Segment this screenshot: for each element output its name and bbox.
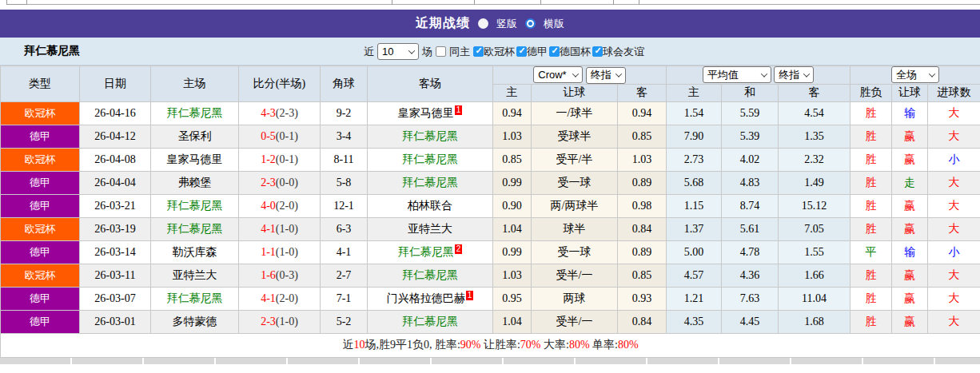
result-outcome: 胜 <box>851 148 892 171</box>
odds-home: 1.03 <box>493 264 532 287</box>
section-title: 近期战绩 <box>416 15 470 32</box>
away-team[interactable]: 门兴格拉德巴赫 <box>387 292 465 304</box>
radio-horizontal-layout[interactable] <box>525 18 536 29</box>
away-team-cell: 皇家马德里1 <box>368 101 493 125</box>
league-checkbox-label[interactable]: 德甲 <box>527 46 548 58</box>
away-team-cell: 门兴格拉德巴赫1 <box>368 287 493 310</box>
away-team[interactable]: 拜仁慕尼黑 <box>402 315 458 327</box>
home-team[interactable]: 勒沃库森 <box>173 246 217 258</box>
home-team[interactable]: 拜仁慕尼黑 <box>167 292 223 304</box>
odds-home: 0.90 <box>493 194 532 217</box>
radio-vertical-layout[interactable] <box>478 18 488 29</box>
league-checkbox-3[interactable] <box>592 46 603 57</box>
odds-handicap: 受一球 <box>532 171 618 194</box>
home-team[interactable]: 皇家马德里 <box>167 153 223 165</box>
league-badge: 欧冠杯 <box>1 148 80 171</box>
home-team[interactable]: 拜仁慕尼黑 <box>167 223 223 235</box>
result-outcome: 胜 <box>851 101 892 125</box>
league-checkbox-label[interactable]: 德国杯 <box>560 46 591 58</box>
half-score: (1-0) <box>276 223 298 235</box>
result-goals: 大 <box>928 171 980 194</box>
result-goals: 大 <box>928 217 980 240</box>
home-team[interactable]: 多特蒙德 <box>173 315 217 327</box>
away-team-cell: 亚特兰大 <box>368 217 493 240</box>
result-handicap: 赢 <box>892 310 928 333</box>
league-checkbox-1[interactable] <box>516 46 527 57</box>
avg-home: 4.35 <box>667 310 722 333</box>
full-score: 1-1 <box>261 246 276 258</box>
avg-stage-select[interactable]: 终指 <box>774 66 814 83</box>
away-team[interactable]: 拜仁慕尼黑 <box>402 153 458 165</box>
summary-segment: 场,胜9平1负0, 胜率: <box>365 339 460 351</box>
home-team-cell: 多特蒙德 <box>151 310 239 333</box>
away-team[interactable]: 拜仁慕尼黑 <box>402 130 458 142</box>
avg-draw: 4.45 <box>722 310 779 333</box>
corner-score: 12-1 <box>321 194 368 217</box>
avg-away: 11.04 <box>779 287 851 310</box>
radio-vertical-label[interactable]: 竖版 <box>496 17 517 31</box>
home-team[interactable]: 拜仁慕尼黑 <box>167 200 223 212</box>
home-team-cell: 亚特兰大 <box>151 264 239 287</box>
summary-segment: 80% <box>618 339 639 351</box>
chevron-down-icon <box>761 70 767 77</box>
corner-score: 5-8 <box>321 171 368 194</box>
odds-handicap: 受半/一 <box>532 310 618 333</box>
col-header-result-handicap: 让球 <box>892 84 928 101</box>
avg-away: 15.12 <box>779 194 851 217</box>
odds-away: 0.98 <box>618 194 667 217</box>
result-scope-value: 全场 <box>896 68 917 82</box>
home-team[interactable]: 弗赖堡 <box>178 177 212 188</box>
recent-results-panel: 近期战绩 竖版 横版 拜仁慕尼黑 近 10 场 同主 欧冠杯德甲德国杯球会友谊 <box>0 0 980 373</box>
avg-away: 4.54 <box>779 101 851 125</box>
away-team[interactable]: 皇家马德里 <box>398 107 454 119</box>
away-team[interactable]: 拜仁慕尼黑 <box>402 177 458 188</box>
odds-away: 0.93 <box>618 287 667 310</box>
odds-away: 0.85 <box>618 264 667 287</box>
league-badge: 德甲 <box>1 194 80 217</box>
league-checkbox-label[interactable]: 球会友谊 <box>603 46 644 58</box>
avg-source-select[interactable]: 平均值 <box>703 66 771 83</box>
divider-line <box>27 4 980 5</box>
result-handicap: 赢 <box>892 217 928 240</box>
team-name-title: 拜仁慕尼黑 <box>24 44 80 58</box>
match-count-select[interactable]: 10 <box>377 43 419 60</box>
result-goals: 大 <box>928 287 980 310</box>
away-team[interactable]: 亚特兰大 <box>408 223 452 235</box>
avg-stage-value: 终指 <box>779 68 799 82</box>
league-badge: 德甲 <box>1 125 80 148</box>
corner-score: 9-2 <box>321 101 368 125</box>
full-score: 4-3 <box>261 107 276 119</box>
league-checkbox-2[interactable] <box>549 46 560 57</box>
away-team[interactable]: 拜仁慕尼黑 <box>398 246 454 258</box>
home-team[interactable]: 亚特兰大 <box>173 269 217 281</box>
odds-handicap: 受平/半 <box>532 148 618 171</box>
home-team[interactable]: 拜仁慕尼黑 <box>167 107 223 119</box>
col-header-corner: 角球 <box>321 66 368 102</box>
avg-away: 1.49 <box>779 171 851 194</box>
home-team-cell: 勒沃库森 <box>151 240 239 264</box>
odds-source-select[interactable]: Crow* <box>533 66 583 83</box>
odds-home: 0.95 <box>493 287 532 310</box>
away-team[interactable]: 柏林联合 <box>408 200 452 212</box>
avg-home: 7.90 <box>667 125 722 148</box>
match-date: 26-04-04 <box>80 171 151 194</box>
match-count-value: 10 <box>382 46 393 58</box>
radio-horizontal-label[interactable]: 横版 <box>544 17 564 31</box>
odds-stage-select[interactable]: 终指 <box>586 67 626 84</box>
chevron-down-icon <box>615 70 622 77</box>
summary-segment: 单率: <box>590 339 618 351</box>
away-team[interactable]: 拜仁慕尼黑 <box>402 269 458 281</box>
odds-away: 0.85 <box>618 125 667 148</box>
result-scope-select[interactable]: 全场 <box>891 66 939 83</box>
same-home-checkbox[interactable] <box>436 46 446 57</box>
match-score: 4-0(2-0) <box>239 194 321 217</box>
home-team[interactable]: 圣保利 <box>178 130 212 142</box>
col-header-odds-handicap: 让球 <box>532 84 618 101</box>
away-team-cell: 拜仁慕尼黑2 <box>368 240 493 264</box>
league-checkbox-label[interactable]: 欧冠杯 <box>484 46 515 58</box>
col-header-avg-away: 客 <box>779 84 851 101</box>
half-score: (0-1) <box>276 153 298 165</box>
league-checkbox-0[interactable] <box>473 46 484 57</box>
half-score: (0-3) <box>276 269 298 281</box>
away-team-cell: 柏林联合 <box>368 194 493 217</box>
